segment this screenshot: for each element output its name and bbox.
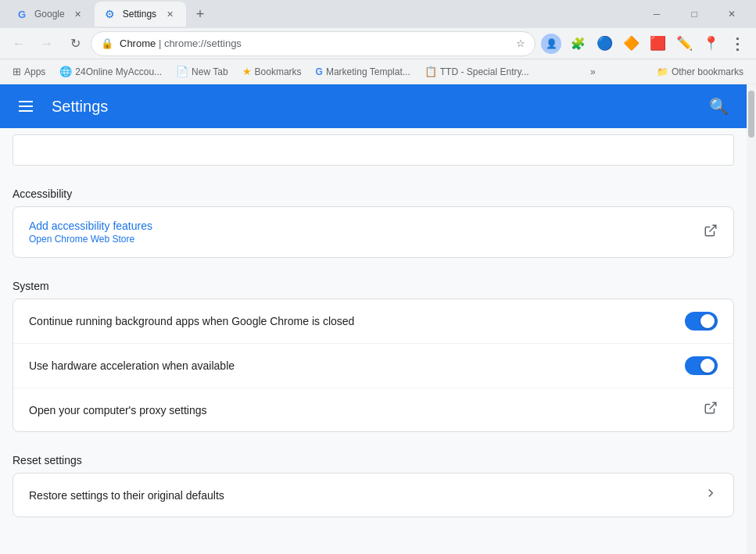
profile-avatar: 👤 xyxy=(541,34,561,54)
background-apps-row[interactable]: Continue running background apps when Go… xyxy=(13,299,733,344)
restore-settings-row[interactable]: Restore settings to their original defau… xyxy=(13,474,733,516)
tab-google-close[interactable]: ✕ xyxy=(71,7,85,21)
bookmark-24online-label: 24Online MyAccou... xyxy=(75,66,162,77)
bookmark-marketing-label: Marketing Templat... xyxy=(326,66,410,77)
ttd-icon: 📋 xyxy=(425,66,437,77)
close-button[interactable]: ✕ xyxy=(714,2,750,27)
google-icon: G xyxy=(316,66,323,77)
address-path: chrome://settings xyxy=(164,38,242,49)
system-section-title: System xyxy=(13,280,734,292)
nav-bar: ← → ↻ 🔒 Chrome | chrome://settings ☆ 👤 🧩… xyxy=(0,28,756,59)
background-apps-toggle[interactable] xyxy=(685,312,718,331)
settings-content[interactable]: Accessibility Add accessibility features… xyxy=(0,128,747,554)
settings-search-box[interactable] xyxy=(13,134,734,166)
browser-window: G Google ✕ ⚙ Settings ✕ + ─ □ ✕ ← → ↻ 🔒 … xyxy=(0,0,756,554)
hardware-acceleration-label: Use hardware acceleration when available xyxy=(29,359,685,372)
bookmark-apps[interactable]: ⊞ Apps xyxy=(6,63,52,80)
accessibility-label: Add accessibility features xyxy=(29,220,704,232)
address-domain: Chrome xyxy=(120,38,156,49)
browser-main: Settings 🔍 Accessibility Add accessibili… xyxy=(0,84,756,554)
window-controls: ─ □ ✕ xyxy=(639,2,750,27)
accessibility-sublabel: Open Chrome Web Store xyxy=(29,234,704,245)
other-bookmarks[interactable]: 📁 Other bookmarks xyxy=(650,63,750,80)
extensions-icon[interactable]: 🧩 xyxy=(565,31,590,56)
settings-title: Settings xyxy=(52,98,690,116)
proxy-settings-row[interactable]: Open your computer's proxy settings xyxy=(13,388,733,431)
profile-icon[interactable]: 👤 xyxy=(539,31,564,56)
colorful-ext-3[interactable]: 🟥 xyxy=(645,31,670,56)
bookmark-24online[interactable]: 🌐 24Online MyAccou... xyxy=(53,63,168,80)
reset-card: Restore settings to their original defau… xyxy=(13,473,734,517)
bookmarks-bar: ⊞ Apps 🌐 24Online MyAccou... 📄 New Tab ★… xyxy=(0,59,756,84)
svg-line-1 xyxy=(710,402,716,409)
colorful-ext-4[interactable]: ✏️ xyxy=(672,31,697,56)
bookmark-marketing[interactable]: G Marketing Templat... xyxy=(310,63,417,80)
settings-favicon: ⚙ xyxy=(104,8,116,20)
reset-section-title: Reset settings xyxy=(13,454,734,466)
page-content: Settings 🔍 Accessibility Add accessibili… xyxy=(0,84,747,554)
tab-settings[interactable]: ⚙ Settings ✕ xyxy=(95,2,186,27)
scrollbar-thumb[interactable] xyxy=(748,91,754,138)
forward-button[interactable]: → xyxy=(34,31,59,56)
other-bookmarks-label: Other bookmarks xyxy=(672,66,743,77)
bookmark-ttd[interactable]: 📋 TTD - Special Entry... xyxy=(418,63,536,80)
hardware-acceleration-row[interactable]: Use hardware acceleration when available xyxy=(13,344,733,388)
reload-button[interactable]: ↻ xyxy=(63,31,88,56)
background-apps-label: Continue running background apps when Go… xyxy=(29,315,685,327)
title-bar: G Google ✕ ⚙ Settings ✕ + ─ □ ✕ xyxy=(0,0,756,28)
address-separator: | xyxy=(159,38,164,49)
back-button[interactable]: ← xyxy=(6,31,31,56)
bookmark-newtab-label: New Tab xyxy=(192,66,228,77)
background-apps-text: Continue running background apps when Go… xyxy=(29,315,685,327)
proxy-settings-text: Open your computer's proxy settings xyxy=(29,404,704,416)
colorful-ext-5[interactable]: 📍 xyxy=(698,31,723,56)
hardware-acceleration-text: Use hardware acceleration when available xyxy=(29,359,685,372)
scrollbar-track[interactable] xyxy=(747,84,756,554)
address-text: Chrome | chrome://settings xyxy=(120,38,510,49)
page-icon: 📄 xyxy=(176,66,188,77)
tab-settings-close[interactable]: ✕ xyxy=(163,7,177,21)
hardware-acceleration-toggle[interactable] xyxy=(685,356,718,375)
bookmarks-more-button[interactable]: » xyxy=(584,63,602,80)
new-tab-button[interactable]: + xyxy=(189,3,211,25)
more-menu-button[interactable]: ⋮ xyxy=(725,31,750,56)
accessibility-text: Add accessibility features Open Chrome W… xyxy=(29,220,704,245)
settings-search-button[interactable]: 🔍 xyxy=(703,91,734,122)
colorful-ext-1[interactable]: 🔵 xyxy=(592,31,617,56)
accessibility-card: Add accessibility features Open Chrome W… xyxy=(13,206,734,258)
tab-settings-title: Settings xyxy=(123,9,156,20)
apps-grid-icon: ⊞ xyxy=(13,66,21,77)
bookmark-apps-label: Apps xyxy=(24,66,45,77)
svg-line-0 xyxy=(710,225,716,231)
bookmark-bookmarks-label: Bookmarks xyxy=(255,66,302,77)
minimize-button[interactable]: ─ xyxy=(639,2,675,27)
star-icon[interactable]: ☆ xyxy=(516,38,525,49)
external-link-icon-proxy xyxy=(704,401,718,419)
restore-settings-text: Restore settings to their original defau… xyxy=(29,489,704,502)
tab-google[interactable]: G Google ✕ xyxy=(6,2,95,27)
hamburger-menu[interactable] xyxy=(13,95,39,118)
external-link-icon-accessibility xyxy=(704,223,718,241)
globe-icon: 🌐 xyxy=(59,66,72,77)
google-favicon: G xyxy=(16,8,28,20)
system-card: Continue running background apps when Go… xyxy=(13,298,734,432)
restore-settings-label: Restore settings to their original defau… xyxy=(29,489,704,502)
bookmark-newtab[interactable]: 📄 New Tab xyxy=(170,63,234,80)
maximize-button[interactable]: □ xyxy=(676,2,712,27)
add-accessibility-row[interactable]: Add accessibility features Open Chrome W… xyxy=(13,207,733,257)
bookmark-bookmarks[interactable]: ★ Bookmarks xyxy=(236,63,308,80)
proxy-settings-label: Open your computer's proxy settings xyxy=(29,404,704,416)
bookmark-ttd-label: TTD - Special Entry... xyxy=(440,66,529,77)
colorful-ext-2[interactable]: 🔶 xyxy=(618,31,643,56)
chevron-right-icon xyxy=(704,486,718,504)
settings-header: Settings 🔍 xyxy=(0,84,747,128)
star-icon-bm: ★ xyxy=(242,66,252,77)
accessibility-section-title: Accessibility xyxy=(13,188,734,200)
nav-icons: 👤 🧩 🔵 🔶 🟥 ✏️ 📍 ⋮ xyxy=(539,31,750,56)
folder-icon: 📁 xyxy=(657,66,668,77)
tab-google-title: Google xyxy=(34,9,65,20)
address-bar[interactable]: 🔒 Chrome | chrome://settings ☆ xyxy=(91,31,536,56)
